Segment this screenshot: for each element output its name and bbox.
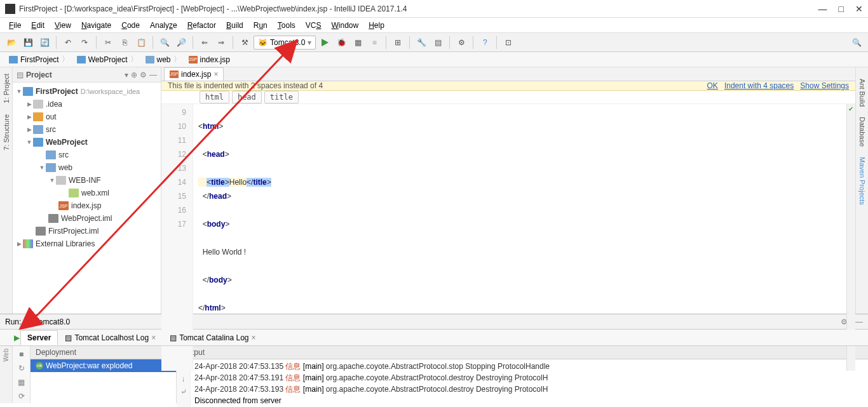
layout-icon[interactable]: ▦ — [18, 378, 25, 387]
close-icon[interactable]: × — [252, 333, 256, 342]
hide-icon[interactable]: — — [855, 317, 863, 326]
menu-edit[interactable]: Edit — [27, 20, 48, 31]
redeploy-icon[interactable]: ⟳ — [18, 392, 25, 401]
maximize-button[interactable]: □ — [839, 4, 844, 14]
open-icon[interactable]: 📂 — [4, 35, 19, 50]
menu-file[interactable]: FFileile — [5, 20, 25, 31]
find-icon[interactable]: 🔍 — [157, 35, 172, 50]
tab-project[interactable]: 1: Project — [3, 70, 10, 107]
notice-settings-link[interactable]: Show Settings — [800, 81, 849, 90]
settings-icon[interactable]: 🔧 — [414, 35, 429, 50]
tab-maven[interactable]: Maven Projects — [858, 152, 866, 210]
close-tab-icon[interactable]: × — [214, 70, 218, 79]
close-button[interactable]: ✕ — [855, 4, 863, 14]
run-panel-title: Run: 🐱 Tomcat8.0 — [5, 317, 70, 326]
tree-out[interactable]: ▶out — [13, 110, 161, 123]
menu-window[interactable]: Window — [327, 20, 362, 31]
svg-marker-0 — [322, 39, 329, 46]
project-tree[interactable]: ▼FirstProjectD:\workspace_idea ▶.idea ▶o… — [13, 83, 161, 314]
bc-title[interactable]: title — [264, 91, 299, 103]
sync-icon[interactable]: 🔄 — [37, 35, 52, 50]
editor-tabs: JSP index.jsp × — [161, 67, 855, 81]
close-icon[interactable]: × — [151, 333, 156, 342]
crumb-folder[interactable]: web — [142, 54, 185, 65]
stop-icon[interactable]: ■ — [19, 350, 24, 359]
plugin-icon[interactable]: ⊡ — [501, 35, 516, 50]
cut-icon[interactable]: ✂ — [100, 35, 116, 50]
menu-help[interactable]: Help — [365, 20, 388, 31]
notice-indent-link[interactable]: Indent with 4 spaces — [724, 81, 794, 90]
crumb-file[interactable]: JSPindex.jsp — [185, 55, 236, 64]
collapse-icon[interactable]: ⊕ — [131, 70, 137, 79]
jsp-icon: JSP — [170, 70, 179, 78]
replace-icon[interactable]: 🔎 — [173, 35, 189, 50]
save-icon[interactable]: 💾 — [20, 35, 36, 50]
tree-webinf[interactable]: ▼WEB-INF — [13, 174, 161, 187]
dropdown-icon: ▾ — [308, 38, 311, 47]
run-config-selector[interactable]: 🐱 Tomcat8.0 ▾ — [254, 36, 316, 50]
menu-navigate[interactable]: Navigate — [78, 20, 115, 31]
coverage-icon[interactable]: ▦ — [350, 35, 365, 50]
stop-icon[interactable]: ■ — [367, 35, 382, 50]
hide-icon[interactable]: — — [149, 70, 157, 79]
menu-code[interactable]: Code — [118, 20, 144, 31]
menu-run[interactable]: Run — [250, 20, 271, 31]
tree-wp-src[interactable]: src — [13, 149, 161, 161]
run-tab-catalina[interactable]: ▤ Tomcat Catalina Log× — [163, 330, 262, 345]
tree-idea[interactable]: ▶.idea — [13, 98, 161, 110]
dropdown-icon[interactable]: ▾ — [125, 70, 128, 79]
structure-icon[interactable]: ⊞ — [390, 35, 405, 50]
tree-wpiml[interactable]: WebProject.iml — [13, 212, 161, 225]
menu-refactor[interactable]: Refactor — [184, 20, 220, 31]
tree-web[interactable]: ▼web — [13, 161, 161, 174]
reload-icon[interactable]: ↻ — [18, 364, 25, 373]
gear-icon[interactable]: ⚙ — [140, 70, 147, 79]
run-button[interactable] — [317, 35, 332, 50]
crumb-module[interactable]: WebProject — [73, 54, 142, 65]
tab-web[interactable]: Web — [3, 349, 10, 361]
tree-src[interactable]: ▶src — [13, 123, 161, 136]
debug-button[interactable]: 🐞 — [334, 35, 349, 50]
menu-view[interactable]: View — [51, 20, 75, 31]
rerun-icon[interactable]: ▶ — [14, 333, 20, 342]
undo-icon[interactable]: ↶ — [60, 35, 76, 50]
make-icon[interactable]: ⚒ — [237, 35, 252, 50]
help-icon[interactable]: ? — [477, 35, 492, 50]
tree-webxml[interactable]: web.xml — [13, 187, 161, 199]
tab-ant[interactable]: Ant Build — [858, 74, 866, 112]
down-icon[interactable]: ↓ — [182, 375, 186, 384]
panel-title: Project — [26, 70, 122, 79]
redo-icon[interactable]: ↷ — [77, 35, 92, 50]
right-tool-strip: Ant Build Database Maven Projects — [855, 67, 868, 314]
menu-analyze[interactable]: Analyze — [146, 20, 181, 31]
notice-ok-link[interactable]: OK — [707, 81, 718, 90]
tree-indexjsp[interactable]: JSPindex.jsp — [13, 199, 161, 212]
tree-extlib[interactable]: ▶External Libraries — [13, 237, 161, 250]
forward-icon[interactable]: ⇒ — [214, 35, 229, 50]
run-tab-server[interactable]: Server — [20, 330, 58, 345]
run-tab-localhost[interactable]: ▤ Tomcat Localhost Log× — [58, 330, 163, 345]
tree-root[interactable]: ▼FirstProjectD:\workspace_idea — [13, 85, 161, 98]
tab-structure[interactable]: 7: Structure — [3, 110, 10, 154]
paste-icon[interactable]: 📋 — [133, 35, 149, 50]
project-structure-icon[interactable]: ▤ — [430, 35, 445, 50]
tree-webproject[interactable]: ▼WebProject — [13, 136, 161, 149]
tab-database[interactable]: Database — [858, 112, 866, 152]
tree-fpiml[interactable]: FirstProject.iml — [13, 225, 161, 237]
deployment-item[interactable]: ok WebProject:war exploded — [31, 359, 176, 372]
wrap-icon[interactable]: ⤶ — [180, 387, 187, 396]
toolbar: 📂 💾 🔄 ↶ ↷ ✂ ⎘ 📋 🔍 🔎 ⇐ ⇒ ⚒ 🐱 Tomcat8.0 ▾ … — [0, 33, 868, 52]
copy-icon[interactable]: ⎘ — [117, 35, 132, 50]
app-icon — [5, 4, 15, 14]
sdk-icon[interactable]: ⚙ — [454, 35, 469, 50]
bc-html[interactable]: html — [200, 91, 229, 103]
menu-tools[interactable]: Tools — [274, 20, 299, 31]
crumb-project[interactable]: FirstProject — [5, 54, 73, 65]
editor-tab-indexjsp[interactable]: JSP index.jsp × — [164, 67, 224, 81]
menu-vcs[interactable]: VCS — [302, 20, 325, 31]
back-icon[interactable]: ⇐ — [197, 35, 212, 50]
bc-head[interactable]: head — [232, 91, 262, 103]
menu-build[interactable]: Build — [222, 20, 247, 31]
minimize-button[interactable]: — — [818, 4, 827, 14]
search-everywhere-icon[interactable]: 🔍 — [849, 35, 864, 50]
